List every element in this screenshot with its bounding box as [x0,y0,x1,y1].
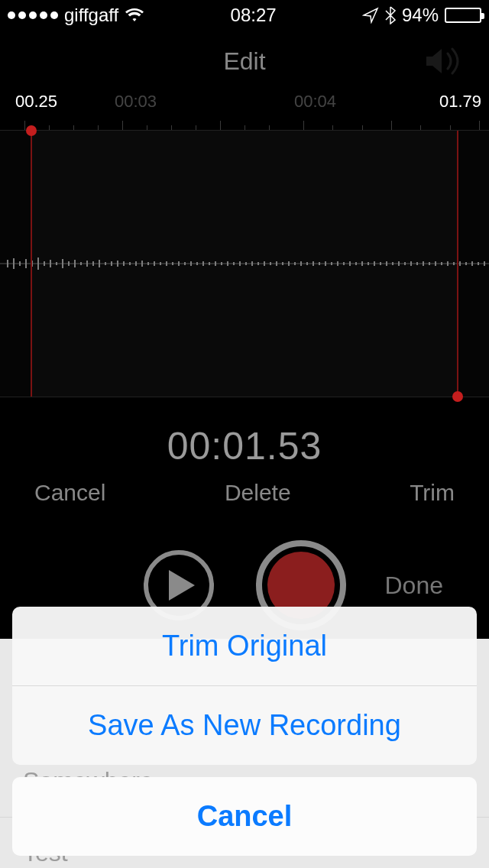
wifi-icon [125,8,144,23]
ruler-mark: 00:03 [115,92,157,112]
nav-header: Edit [0,31,489,92]
delete-button[interactable]: Delete [225,480,291,506]
play-icon [169,570,195,601]
waveform-area[interactable] [0,130,489,397]
ruler-mark: 00:04 [294,92,336,112]
ruler-start: 00.25 [15,92,57,112]
status-time: 08:27 [231,5,277,26]
action-sheet-options: Trim Original Save As New Recording [12,607,477,765]
status-bar: giffgaff 08:27 94% [0,0,489,31]
page-title: Edit [223,47,265,76]
speaker-icon[interactable] [423,44,466,81]
edit-action-row: Cancel Delete Trim [0,468,489,506]
ruler-end: 01.79 [439,92,481,112]
waveform-timeline[interactable]: 00.25 00:03 00:04 01.79 [0,92,489,397]
carrier-label: giffgaff [64,5,118,26]
trim-handle-right[interactable] [457,131,458,397]
battery-percent: 94% [402,5,439,26]
trim-original-button[interactable]: Trim Original [12,607,477,686]
sheet-cancel-button[interactable]: Cancel [12,777,477,856]
action-sheet: Trim Original Save As New Recording Canc… [12,607,477,856]
location-icon [362,7,379,24]
signal-strength-icon [8,11,58,19]
cancel-button[interactable]: Cancel [34,480,105,506]
battery-icon [445,8,481,23]
status-right: 94% [362,5,481,26]
ruler-ticks [0,121,489,130]
waveform-icon [0,245,489,283]
status-left: giffgaff [8,5,144,26]
done-button[interactable]: Done [385,572,444,600]
trim-handle-left[interactable] [31,131,32,397]
time-ruler: 00.25 00:03 00:04 01.79 [0,92,489,130]
save-as-new-button[interactable]: Save As New Recording [12,686,477,765]
time-counter: 00:01.53 [0,424,489,468]
trim-button[interactable]: Trim [410,480,455,506]
bluetooth-icon [385,6,396,24]
